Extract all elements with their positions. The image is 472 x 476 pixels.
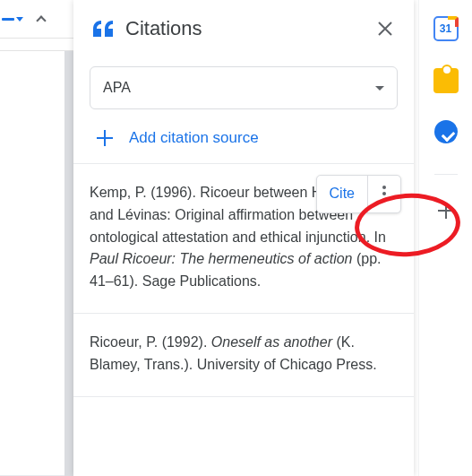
calendar-icon[interactable]: 31 [433,16,459,41]
citation-more-button[interactable] [368,177,400,210]
panel-title: Citations [125,17,360,40]
ruler[interactable] [0,38,73,51]
plus-icon [97,130,113,146]
citation-style-value: APA [103,80,131,96]
caret-down-icon [375,86,384,91]
close-icon [378,22,392,36]
more-vertical-icon [382,186,386,202]
cite-button[interactable]: Cite [317,176,368,212]
chevron-up-icon [36,15,46,25]
rail-divider [434,174,458,175]
citation-list: Cite Kemp, P. (1996). Ricoeur between He… [73,164,414,476]
toolbar-fragment [0,7,54,30]
close-button[interactable] [373,16,398,41]
citation-item[interactable]: Cite Kemp, P. (1996). Ricoeur between He… [73,164,414,314]
keep-icon[interactable] [433,68,459,93]
toolbar-collapse-button[interactable] [29,7,54,30]
citation-text-pre: Ricoeur, P. (1992). [90,334,211,350]
citations-panel: Citations APA Add citation source Cite K… [73,0,414,476]
add-citation-label: Add citation source [129,129,259,147]
document-area-fragment [0,0,73,476]
citation-actions: Cite [316,175,401,213]
citation-style-select[interactable]: APA [90,66,398,109]
calendar-day: 31 [440,23,451,34]
panel-controls: APA Add citation source [73,57,414,164]
citation-item[interactable]: Ricoeur, P. (1992). Oneself as another (… [73,314,414,397]
caret-down-icon [16,17,23,22]
citation-text-italic: Paul Ricoeur: The hermeneutics of action [90,251,352,266]
tasks-icon[interactable] [434,120,458,143]
toolbar-color-dropdown[interactable] [0,7,25,30]
panel-header: Citations [73,0,414,57]
side-rail: 31 [418,0,472,476]
quote-icon [93,21,113,37]
add-addon-button[interactable] [437,202,455,220]
add-citation-source-button[interactable]: Add citation source [97,129,398,147]
document-scrollbar[interactable] [64,51,73,476]
citation-text-italic: Oneself as another [211,334,332,350]
